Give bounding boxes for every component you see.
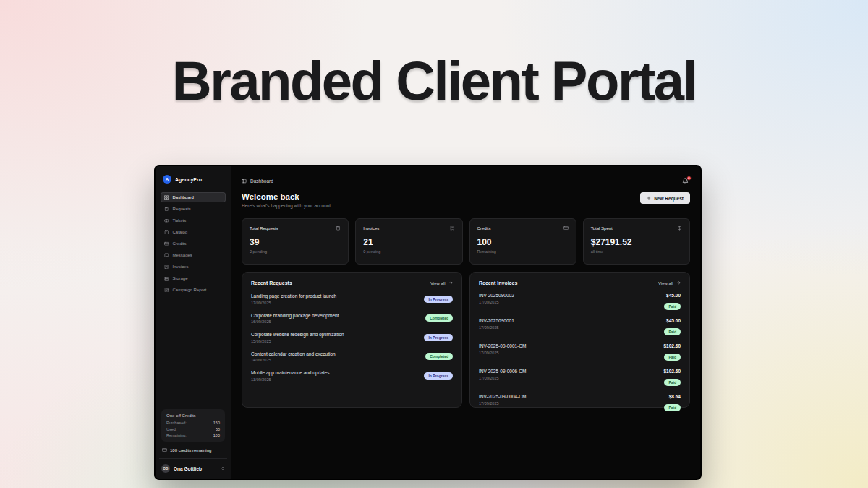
credits-remaining-indicator: 100 credits remaining — [161, 448, 226, 453]
welcome-subtitle: Here's what's happening with your accoun… — [242, 203, 331, 208]
breadcrumb-label: Dashboard — [250, 179, 273, 184]
request-row[interactable]: Mobile app maintenance and updates 13/09… — [251, 370, 453, 382]
sidebar-item-requests[interactable]: Requests — [161, 204, 226, 214]
view-all-invoices-link[interactable]: View all — [658, 281, 681, 286]
sidebar-item-label: Storage — [173, 276, 188, 281]
stat-label: Credits — [477, 226, 491, 231]
credit-card-icon — [164, 241, 169, 247]
stat-sub: 2 pending — [250, 249, 341, 254]
stat-sub: all time — [591, 249, 682, 254]
credits-row-used: Used: 50 — [166, 427, 220, 432]
invoice-id: INV-2025-09-0004-CM — [479, 394, 526, 399]
page-title: Branded Client Portal — [0, 49, 868, 112]
new-request-button[interactable]: New Request — [640, 192, 690, 204]
request-date: 13/09/2025 — [251, 377, 329, 382]
panel-left-icon — [242, 179, 247, 184]
report-icon — [164, 288, 169, 293]
request-row[interactable]: Corporate branding package development 1… — [251, 313, 453, 325]
view-all-label: View all — [430, 281, 446, 286]
sidebar-item-campaign-report[interactable]: Campaign Report — [161, 285, 226, 295]
clipboard-icon — [336, 226, 341, 231]
credit-card-icon — [162, 448, 167, 453]
request-title: Mobile app maintenance and updates — [251, 370, 329, 375]
request-row[interactable]: Corporate website redesign and optimizat… — [251, 332, 453, 343]
invoice-id: INV-2025-09-0006-CM — [479, 369, 526, 374]
credits-row-value: 50 — [216, 427, 220, 432]
view-all-requests-link[interactable]: View all — [430, 281, 453, 286]
invoice-id: INV-2025090001 — [479, 318, 514, 323]
invoice-row[interactable]: INV-2025-09-0004-CM 17/09/2025 $8.64 Pai… — [479, 394, 681, 412]
sidebar-item-tickets[interactable]: Tickets — [161, 215, 226, 226]
chat-icon — [164, 253, 169, 258]
sidebar-item-dashboard[interactable]: Dashboard — [161, 192, 226, 202]
view-all-label: View all — [658, 281, 673, 286]
chevron-updown-icon — [221, 466, 225, 471]
request-date: 14/09/2025 — [251, 358, 336, 362]
panels-row: Recent Requests View all Landing page cr… — [242, 272, 690, 408]
credits-row-remaining: Remaining: 100 — [166, 433, 220, 437]
sidebar-item-storage[interactable]: Storage — [161, 273, 226, 283]
breadcrumb[interactable]: Dashboard — [242, 179, 273, 184]
request-title: Landing page creation for product launch — [251, 294, 336, 299]
sidebar-item-credits[interactable]: Credits — [161, 239, 226, 249]
credits-row-value: 100 — [213, 433, 220, 437]
stat-value: 21 — [363, 237, 454, 247]
invoice-amount: $8.64 — [664, 394, 681, 399]
brand: A AgencyPro — [161, 174, 226, 184]
request-date: 16/09/2025 — [251, 320, 339, 324]
sidebar-item-label: Credits — [173, 241, 187, 246]
stat-value: 39 — [250, 237, 341, 247]
new-request-label: New Request — [654, 196, 684, 201]
credits-row-value: 150 — [213, 421, 220, 425]
status-badge: Paid — [664, 354, 681, 361]
stat-value: $27191.52 — [591, 237, 682, 247]
status-badge: In Progress — [424, 372, 453, 380]
panel-title: Recent Invoices — [479, 281, 517, 286]
topbar: Dashboard 6 — [242, 174, 690, 188]
credits-remaining-label: 100 credits remaining — [170, 448, 211, 453]
sidebar-item-invoices[interactable]: Invoices — [161, 262, 226, 272]
notifications-button[interactable]: 6 — [682, 178, 689, 184]
sidebar-item-catalog[interactable]: Catalog — [161, 227, 226, 237]
client-portal-window: A AgencyPro Dashboard Requests Tickets C… — [154, 165, 702, 480]
stat-sub: Remaining — [477, 249, 569, 254]
invoice-date: 17/09/2025 — [479, 376, 526, 380]
plus-icon — [647, 196, 651, 200]
sidebar-item-label: Catalog — [173, 230, 188, 234]
invoice-row[interactable]: INV-2025-09-0001-CM 17/09/2025 $102.60 P… — [479, 343, 681, 361]
dollar-icon — [677, 226, 682, 231]
user-name: Ona Gottlieb — [174, 466, 217, 471]
request-row[interactable]: Landing page creation for product launch… — [251, 294, 453, 305]
stats-row: Total Requests 39 2 pending Invoices 21 … — [242, 218, 690, 265]
status-badge: Completed — [425, 314, 453, 322]
invoice-amount: $102.60 — [664, 369, 681, 374]
status-badge: Paid — [664, 379, 681, 386]
user-menu[interactable]: OG Ona Gottlieb — [159, 458, 227, 473]
invoice-row[interactable]: INV-2025-09-0006-CM 17/09/2025 $102.60 P… — [479, 369, 681, 387]
sidebar-item-label: Campaign Report — [173, 288, 207, 292]
invoice-row[interactable]: INV-2025090001 17/09/2025 $45.00 Paid — [479, 318, 681, 336]
stat-card-total-requests: Total Requests 39 2 pending — [242, 218, 349, 265]
credits-card-title: One-off Credits — [166, 414, 220, 418]
stat-value: 100 — [477, 237, 569, 247]
invoice-row[interactable]: INV-2025090002 17/09/2025 $45.00 Paid — [479, 293, 681, 311]
stat-card-total-spent: Total Spent $27191.52 all time — [583, 218, 690, 265]
sidebar-item-messages[interactable]: Messages — [161, 250, 226, 260]
recent-requests-panel: Recent Requests View all Landing page cr… — [242, 272, 462, 408]
one-off-credits-card: One-off Credits Purchased: 150 Used: 50 … — [161, 409, 225, 442]
stat-card-invoices: Invoices 21 0 pending — [355, 218, 462, 265]
stat-label: Invoices — [363, 226, 379, 231]
ticket-icon — [164, 218, 169, 223]
stat-label: Total Requests — [250, 226, 278, 231]
arrow-right-icon — [676, 281, 681, 286]
sidebar-item-label: Invoices — [173, 265, 189, 269]
request-row[interactable]: Content calendar creation and execution … — [251, 351, 453, 363]
invoice-date: 17/09/2025 — [479, 325, 514, 330]
status-badge: Paid — [664, 328, 681, 335]
invoice-id: INV-2025090002 — [479, 293, 514, 298]
request-title: Corporate branding package development — [251, 313, 339, 318]
stat-sub: 0 pending — [363, 249, 454, 254]
request-date: 15/09/2025 — [251, 339, 344, 343]
request-date: 17/09/2025 — [251, 301, 336, 305]
request-title: Corporate website redesign and optimizat… — [251, 332, 344, 337]
